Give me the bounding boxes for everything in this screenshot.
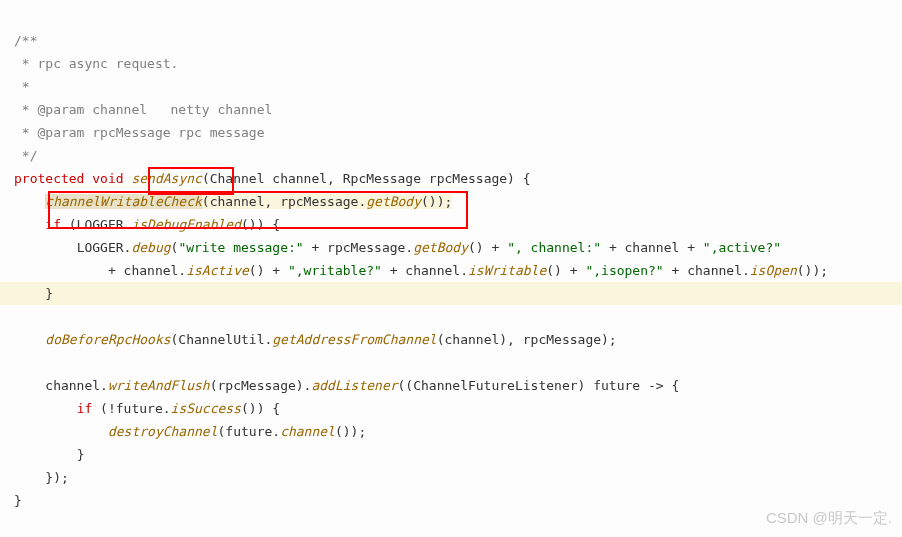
method-isOpen: isOpen bbox=[750, 263, 797, 278]
comment-line: /** bbox=[14, 33, 37, 48]
watermark: CSDN @明天一定. bbox=[766, 506, 892, 529]
method-destroyChannel: destroyChannel bbox=[108, 424, 218, 439]
method-sendAsync: sendAsync bbox=[131, 171, 201, 186]
code-block: /** * rpc async request. * * @param chan… bbox=[0, 0, 902, 512]
comment-line: * @param channel netty channel bbox=[14, 102, 272, 117]
comment-line: * bbox=[14, 79, 30, 94]
method-isSuccess: isSuccess bbox=[171, 401, 241, 416]
keyword-protected: protected bbox=[14, 171, 84, 186]
method-addListener: addListener bbox=[311, 378, 397, 393]
method-doBeforeRpcHooks: doBeforeRpcHooks bbox=[45, 332, 170, 347]
comment-line: */ bbox=[14, 148, 37, 163]
method-writeAndFlush: writeAndFlush bbox=[108, 378, 210, 393]
comment-line: * rpc async request. bbox=[14, 56, 178, 71]
comment-line: * @param rpcMessage rpc message bbox=[14, 125, 264, 140]
method-isDebugEnabled: isDebugEnabled bbox=[131, 217, 241, 232]
method-debug: debug bbox=[131, 240, 170, 255]
method-getBody: getBody bbox=[366, 194, 421, 209]
sig: (Channel channel, RpcMessage rpcMessage)… bbox=[202, 171, 531, 186]
method-channel: channel bbox=[280, 424, 335, 439]
keyword-void: void bbox=[92, 171, 123, 186]
keyword-if: if bbox=[45, 217, 61, 232]
method-channelWritableCheck: channelWritableCheck bbox=[45, 194, 202, 209]
method-getAddressFromChannel: getAddressFromChannel bbox=[272, 332, 436, 347]
method-isWritable: isWritable bbox=[468, 263, 546, 278]
method-isActive: isActive bbox=[186, 263, 249, 278]
